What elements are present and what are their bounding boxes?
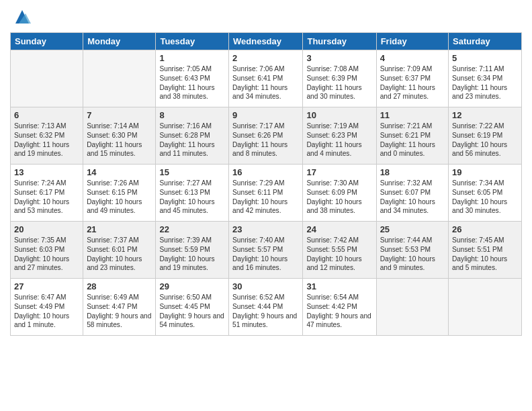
cell-details: Sunrise: 7:37 AMSunset: 6:01 PMDaylight:…	[87, 236, 152, 273]
calendar-header-sunday: Sunday	[11, 33, 83, 50]
calendar-body: 1Sunrise: 7:05 AMSunset: 6:43 PMDaylight…	[11, 50, 522, 336]
cell-details: Sunrise: 7:24 AMSunset: 6:17 PMDaylight:…	[14, 179, 79, 216]
calendar-cell: 28Sunrise: 6:49 AMSunset: 4:47 PMDayligh…	[83, 279, 156, 336]
day-number: 25	[380, 224, 445, 234]
calendar: SundayMondayTuesdayWednesdayThursdayFrid…	[10, 32, 522, 336]
calendar-cell: 15Sunrise: 7:27 AMSunset: 6:13 PMDayligh…	[156, 165, 229, 222]
calendar-cell: 31Sunrise: 6:54 AMSunset: 4:42 PMDayligh…	[303, 279, 376, 336]
calendar-week-2: 6Sunrise: 7:13 AMSunset: 6:32 PMDaylight…	[11, 107, 522, 165]
calendar-header-monday: Monday	[83, 33, 156, 50]
cell-details: Sunrise: 7:13 AMSunset: 6:32 PMDaylight:…	[14, 122, 79, 158]
cell-details: Sunrise: 7:44 AMSunset: 5:53 PMDaylight:…	[380, 236, 445, 273]
day-number: 2	[232, 53, 299, 63]
cell-details: Sunrise: 6:47 AMSunset: 4:49 PMDaylight:…	[14, 293, 79, 330]
day-number: 22	[159, 224, 225, 234]
calendar-cell: 9Sunrise: 7:17 AMSunset: 6:26 PMDaylight…	[229, 107, 303, 165]
header	[10, 7, 522, 27]
calendar-cell	[83, 50, 156, 107]
day-number: 20	[14, 224, 79, 234]
calendar-cell: 8Sunrise: 7:16 AMSunset: 6:28 PMDaylight…	[156, 107, 229, 165]
calendar-cell: 2Sunrise: 7:06 AMSunset: 6:41 PMDaylight…	[229, 50, 303, 107]
calendar-cell: 7Sunrise: 7:14 AMSunset: 6:30 PMDaylight…	[83, 107, 156, 165]
calendar-header-row: SundayMondayTuesdayWednesdayThursdayFrid…	[11, 33, 522, 50]
calendar-cell: 18Sunrise: 7:32 AMSunset: 6:07 PMDayligh…	[376, 165, 448, 222]
day-number: 14	[87, 167, 152, 177]
calendar-cell: 23Sunrise: 7:40 AMSunset: 5:57 PMDayligh…	[229, 222, 303, 279]
calendar-cell: 10Sunrise: 7:19 AMSunset: 6:23 PMDayligh…	[303, 107, 376, 165]
cell-details: Sunrise: 7:05 AMSunset: 6:43 PMDaylight:…	[159, 64, 225, 101]
day-number: 12	[452, 110, 518, 120]
cell-details: Sunrise: 7:30 AMSunset: 6:09 PMDaylight:…	[306, 179, 372, 216]
cell-details: Sunrise: 7:29 AMSunset: 6:11 PMDaylight:…	[232, 179, 299, 216]
cell-details: Sunrise: 7:35 AMSunset: 6:03 PMDaylight:…	[14, 236, 79, 273]
day-number: 30	[232, 281, 299, 291]
day-number: 9	[232, 110, 299, 120]
day-number: 8	[159, 110, 225, 120]
day-number: 31	[306, 281, 372, 291]
day-number: 3	[306, 53, 372, 63]
calendar-week-4: 20Sunrise: 7:35 AMSunset: 6:03 PMDayligh…	[11, 222, 522, 279]
cell-details: Sunrise: 7:19 AMSunset: 6:23 PMDaylight:…	[306, 122, 372, 158]
day-number: 19	[452, 167, 518, 177]
day-number: 1	[159, 53, 225, 63]
cell-details: Sunrise: 7:17 AMSunset: 6:26 PMDaylight:…	[232, 122, 299, 158]
calendar-cell: 17Sunrise: 7:30 AMSunset: 6:09 PMDayligh…	[303, 165, 376, 222]
day-number: 10	[306, 110, 372, 120]
cell-details: Sunrise: 7:40 AMSunset: 5:57 PMDaylight:…	[232, 236, 299, 273]
cell-details: Sunrise: 7:42 AMSunset: 5:55 PMDaylight:…	[306, 236, 372, 273]
calendar-header-tuesday: Tuesday	[156, 33, 229, 50]
day-number: 21	[87, 224, 152, 234]
calendar-cell: 12Sunrise: 7:22 AMSunset: 6:19 PMDayligh…	[449, 107, 522, 165]
day-number: 11	[380, 110, 445, 120]
cell-details: Sunrise: 7:08 AMSunset: 6:39 PMDaylight:…	[306, 64, 372, 101]
cell-details: Sunrise: 7:22 AMSunset: 6:19 PMDaylight:…	[452, 122, 518, 158]
logo	[10, 7, 32, 27]
calendar-week-1: 1Sunrise: 7:05 AMSunset: 6:43 PMDaylight…	[11, 50, 522, 107]
calendar-cell: 11Sunrise: 7:21 AMSunset: 6:21 PMDayligh…	[376, 107, 448, 165]
cell-details: Sunrise: 7:26 AMSunset: 6:15 PMDaylight:…	[87, 179, 152, 216]
calendar-header-friday: Friday	[376, 33, 448, 50]
calendar-cell: 24Sunrise: 7:42 AMSunset: 5:55 PMDayligh…	[303, 222, 376, 279]
page: SundayMondayTuesdayWednesdayThursdayFrid…	[0, 0, 532, 411]
day-number: 7	[87, 110, 152, 120]
cell-details: Sunrise: 7:32 AMSunset: 6:07 PMDaylight:…	[380, 179, 445, 216]
cell-details: Sunrise: 7:21 AMSunset: 6:21 PMDaylight:…	[380, 122, 445, 158]
calendar-cell: 4Sunrise: 7:09 AMSunset: 6:37 PMDaylight…	[376, 50, 448, 107]
cell-details: Sunrise: 6:52 AMSunset: 4:44 PMDaylight:…	[232, 293, 299, 330]
cell-details: Sunrise: 7:39 AMSunset: 5:59 PMDaylight:…	[159, 236, 225, 273]
cell-details: Sunrise: 7:16 AMSunset: 6:28 PMDaylight:…	[159, 122, 225, 158]
calendar-week-5: 27Sunrise: 6:47 AMSunset: 4:49 PMDayligh…	[11, 279, 522, 336]
day-number: 4	[380, 53, 445, 63]
day-number: 16	[232, 167, 299, 177]
day-number: 29	[159, 281, 225, 291]
calendar-header-thursday: Thursday	[303, 33, 376, 50]
calendar-cell	[449, 279, 522, 336]
day-number: 23	[232, 224, 299, 234]
calendar-cell: 21Sunrise: 7:37 AMSunset: 6:01 PMDayligh…	[83, 222, 156, 279]
day-number: 26	[452, 224, 518, 234]
calendar-header-saturday: Saturday	[449, 33, 522, 50]
day-number: 17	[306, 167, 372, 177]
calendar-cell: 6Sunrise: 7:13 AMSunset: 6:32 PMDaylight…	[11, 107, 83, 165]
day-number: 27	[14, 281, 79, 291]
calendar-cell: 30Sunrise: 6:52 AMSunset: 4:44 PMDayligh…	[229, 279, 303, 336]
calendar-cell: 13Sunrise: 7:24 AMSunset: 6:17 PMDayligh…	[11, 165, 83, 222]
logo-icon	[12, 7, 32, 27]
calendar-cell: 16Sunrise: 7:29 AMSunset: 6:11 PMDayligh…	[229, 165, 303, 222]
calendar-cell	[376, 279, 448, 336]
calendar-cell: 3Sunrise: 7:08 AMSunset: 6:39 PMDaylight…	[303, 50, 376, 107]
calendar-cell: 5Sunrise: 7:11 AMSunset: 6:34 PMDaylight…	[449, 50, 522, 107]
cell-details: Sunrise: 7:27 AMSunset: 6:13 PMDaylight:…	[159, 179, 225, 216]
cell-details: Sunrise: 7:06 AMSunset: 6:41 PMDaylight:…	[232, 64, 299, 101]
day-number: 18	[380, 167, 445, 177]
calendar-cell: 14Sunrise: 7:26 AMSunset: 6:15 PMDayligh…	[83, 165, 156, 222]
calendar-cell: 25Sunrise: 7:44 AMSunset: 5:53 PMDayligh…	[376, 222, 448, 279]
calendar-cell: 27Sunrise: 6:47 AMSunset: 4:49 PMDayligh…	[11, 279, 83, 336]
calendar-cell: 26Sunrise: 7:45 AMSunset: 5:51 PMDayligh…	[449, 222, 522, 279]
day-number: 13	[14, 167, 79, 177]
cell-details: Sunrise: 6:49 AMSunset: 4:47 PMDaylight:…	[87, 293, 152, 330]
calendar-cell: 1Sunrise: 7:05 AMSunset: 6:43 PMDaylight…	[156, 50, 229, 107]
cell-details: Sunrise: 7:09 AMSunset: 6:37 PMDaylight:…	[380, 64, 445, 101]
cell-details: Sunrise: 7:11 AMSunset: 6:34 PMDaylight:…	[452, 64, 518, 101]
cell-details: Sunrise: 6:54 AMSunset: 4:42 PMDaylight:…	[306, 293, 372, 330]
